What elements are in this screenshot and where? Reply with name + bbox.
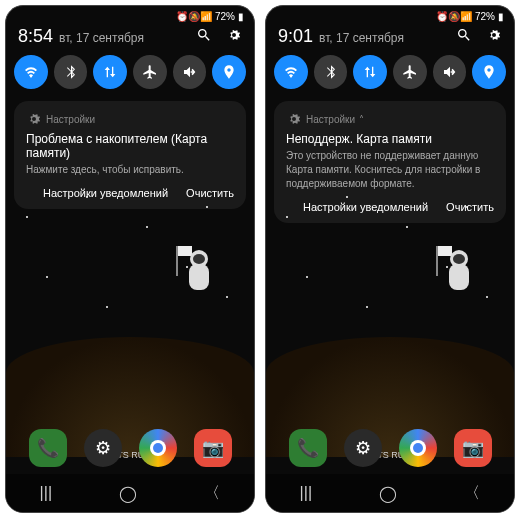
dock-app-1[interactable]: ⚙ [344,429,382,467]
notif-settings-button[interactable]: Настройки уведомлений [303,201,428,213]
nav-recent[interactable]: ||| [300,484,312,502]
gear-icon[interactable] [226,27,242,47]
search-icon[interactable] [456,27,472,47]
dock-app-browser[interactable] [139,429,177,467]
notif-title: Проблема с накопителем (Карта памяти) [26,132,234,160]
dock-app-1[interactable]: ⚙ [84,429,122,467]
dock-app-3[interactable]: 📷 [454,429,492,467]
dock: 📞⚙📷 [6,429,254,467]
qs-location[interactable] [472,55,506,89]
dock-app-0[interactable]: 📞 [29,429,67,467]
notif-settings-button[interactable]: Настройки уведомлений [43,187,168,199]
notif-body: Нажмите здесь, чтобы исправить. [26,163,234,177]
search-icon[interactable] [196,27,212,47]
chevron-up-icon: ˄ [359,114,364,125]
notif-app-label: Настройки ˄ [286,111,494,127]
clock: 9:01 [278,26,313,47]
notification-card[interactable]: НастройкиПроблема с накопителем (Карта п… [14,101,246,209]
dock: 📞⚙📷 [266,429,514,467]
qs-mute[interactable] [173,55,207,89]
status-bar: ⏰🔕📶72%▮ [266,6,514,24]
quick-settings [6,55,254,97]
date: вт, 17 сентября [319,31,404,45]
qs-bluetooth[interactable] [54,55,88,89]
dock-app-0[interactable]: 📞 [289,429,327,467]
qs-bluetooth[interactable] [314,55,348,89]
qs-airplane[interactable] [393,55,427,89]
qs-mute[interactable] [433,55,467,89]
quick-settings [266,55,514,97]
nav-back[interactable]: 〈 [464,483,480,504]
qs-wifi[interactable] [274,55,308,89]
qs-data[interactable] [353,55,387,89]
phone-left: ⏰🔕📶72%▮8:54вт, 17 сентябряНастройкиПробл… [5,5,255,513]
astronaut [174,246,224,306]
status-icons: ⏰🔕📶 [436,11,472,22]
battery-text: 72% [475,11,495,22]
date: вт, 17 сентября [59,31,144,45]
notif-clear-button[interactable]: Очистить [186,187,234,199]
qs-wifi[interactable] [14,55,48,89]
notif-app-label: Настройки [26,111,234,127]
nav-recent[interactable]: ||| [40,484,52,502]
dock-app-3[interactable]: 📷 [194,429,232,467]
qs-data[interactable] [93,55,127,89]
status-bar: ⏰🔕📶72%▮ [6,6,254,24]
gear-icon[interactable] [486,27,502,47]
notif-clear-button[interactable]: Очистить [446,201,494,213]
notif-title: Неподдерж. Карта памяти [286,132,494,146]
nav-back[interactable]: 〈 [204,483,220,504]
notif-body: Это устройство не поддерживает данную Ка… [286,149,494,191]
battery-text: 72% [215,11,235,22]
nav-home[interactable]: ◯ [119,484,137,503]
qs-location[interactable] [212,55,246,89]
dock-app-browser[interactable] [399,429,437,467]
astronaut [434,246,484,306]
nav-bar: |||◯〈 [6,474,254,512]
clock: 8:54 [18,26,53,47]
qs-airplane[interactable] [133,55,167,89]
notification-card[interactable]: Настройки ˄Неподдерж. Карта памятиЭто ус… [274,101,506,223]
nav-bar: |||◯〈 [266,474,514,512]
status-icons: ⏰🔕📶 [176,11,212,22]
phone-right: ⏰🔕📶72%▮9:01вт, 17 сентябряНастройки ˄Неп… [265,5,515,513]
nav-home[interactable]: ◯ [379,484,397,503]
